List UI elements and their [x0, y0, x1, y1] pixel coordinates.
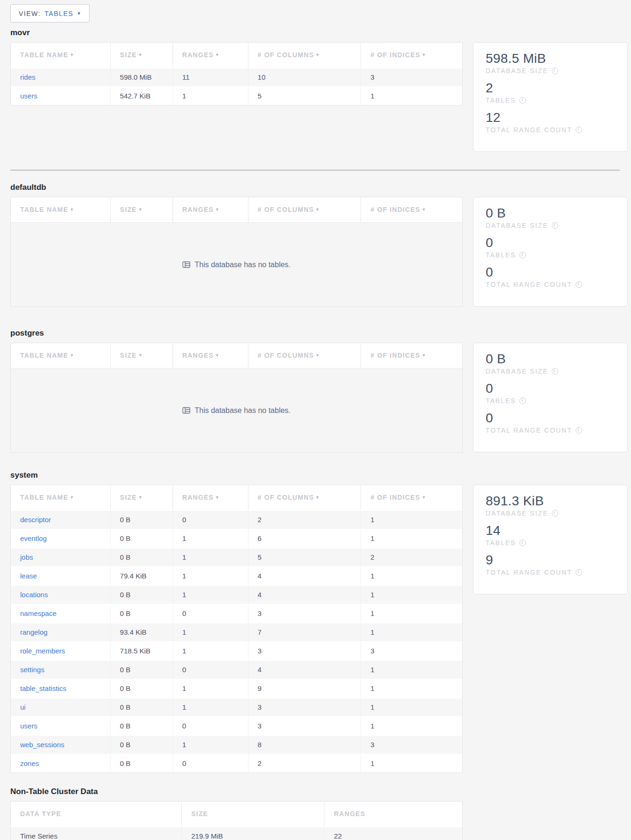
database-stats-card: 891.3 KiB DATABASE SIZEi 14 TABLESi 9 TO… — [473, 485, 628, 594]
table-name-link[interactable]: ui — [20, 703, 26, 711]
column-header-size[interactable]: SIZE▼ — [110, 43, 173, 68]
sort-desc-icon: ▼ — [422, 495, 427, 500]
tables-table: TABLE NAME▼ SIZE▼ RANGES▼ # OF COLUMNS▼ … — [10, 343, 463, 453]
view-dropdown[interactable]: VIEW: TABLES ▾ — [10, 4, 90, 22]
table-name-link[interactable]: rangelog — [20, 628, 47, 636]
columns-cell: 5 — [248, 87, 361, 105]
range-count-value: 9 — [486, 552, 623, 568]
columns-cell: 5 — [248, 548, 361, 566]
table-name-link[interactable]: rides — [20, 73, 36, 81]
column-header-size[interactable]: SIZE▼ — [110, 197, 173, 222]
table-name-link[interactable]: zones — [20, 759, 39, 767]
info-icon[interactable]: i — [552, 510, 558, 517]
database-size-value: 0 B — [486, 351, 623, 367]
table-name-link[interactable]: lease — [20, 572, 37, 580]
table-name-link[interactable]: users — [20, 92, 38, 100]
database-stats-card: 598.5 MiB DATABASE SIZEi 2 TABLESi 12 TO… — [473, 42, 628, 152]
table-name-cell: users — [11, 717, 110, 735]
ranges-cell: 1 — [173, 586, 248, 604]
columns-cell: 7 — [248, 623, 361, 641]
info-icon[interactable]: i — [552, 368, 558, 375]
ranges-cell: 1 — [173, 680, 248, 698]
table-name-link[interactable]: table_statistics — [20, 684, 66, 692]
size-cell: 219.9 MiB — [181, 827, 324, 840]
column-header-size: SIZE — [181, 802, 324, 826]
indices-cell: 1 — [361, 661, 462, 679]
column-header-ranges[interactable]: RANGES▼ — [173, 197, 248, 222]
column-header-indices[interactable]: # OF INDICES▼ — [361, 197, 462, 222]
column-header-indices[interactable]: # OF INDICES▼ — [361, 485, 462, 510]
column-header-columns[interactable]: # OF COLUMNS▼ — [248, 197, 361, 222]
table-name-link[interactable]: jobs — [20, 553, 33, 561]
table-name-link[interactable]: users — [20, 722, 38, 730]
column-header-size[interactable]: SIZE▼ — [110, 485, 173, 510]
column-header-ranges[interactable]: RANGES▼ — [173, 485, 248, 510]
table-row: table_statistics 0 B 1 9 1 — [11, 679, 462, 698]
table-name-link[interactable]: settings — [20, 666, 45, 674]
database-title: system — [10, 471, 627, 480]
tables-count-label: TABLESi — [486, 251, 623, 259]
column-header-table-name[interactable]: TABLE NAME▼ — [11, 43, 110, 68]
ranges-cell: 1 — [173, 642, 248, 660]
info-icon[interactable]: i — [519, 398, 526, 404]
columns-cell: 8 — [248, 736, 361, 754]
ranges-cell: 0 — [173, 605, 248, 622]
table-row: users 542.7 KiB 1 5 1 — [11, 86, 462, 105]
column-header-table-name[interactable]: TABLE NAME▼ — [11, 343, 110, 368]
table-header-row: DATA TYPE SIZE RANGES — [11, 802, 462, 826]
table-name-link[interactable]: locations — [20, 591, 48, 599]
column-header-columns[interactable]: # OF COLUMNS▼ — [248, 343, 361, 368]
table-name-link[interactable]: eventlog — [20, 534, 47, 542]
table-row: eventlog 0 B 1 6 1 — [11, 529, 462, 548]
info-icon[interactable]: i — [519, 540, 526, 546]
size-cell: 0 B — [110, 586, 173, 604]
indices-cell: 1 — [361, 530, 462, 548]
table-name-link[interactable]: role_members — [20, 647, 65, 655]
info-icon[interactable]: i — [519, 252, 526, 258]
section-divider — [10, 170, 620, 171]
table-name-cell: role_members — [11, 642, 110, 660]
column-header-indices[interactable]: # OF INDICES▼ — [361, 343, 462, 368]
column-header-ranges[interactable]: RANGES▼ — [173, 343, 248, 368]
view-dropdown-value: TABLES — [45, 10, 74, 17]
empty-table-state: This database has no tables. — [11, 368, 462, 452]
column-header-table-name[interactable]: TABLE NAME▼ — [11, 197, 110, 222]
info-icon[interactable]: i — [576, 281, 582, 288]
column-header-indices[interactable]: # OF INDICES▼ — [361, 43, 462, 68]
info-icon[interactable]: i — [576, 569, 582, 576]
table-name-link[interactable]: web_sessions — [20, 741, 64, 749]
columns-cell: 4 — [248, 567, 361, 585]
column-header-size[interactable]: SIZE▼ — [110, 343, 173, 368]
info-icon[interactable]: i — [552, 68, 558, 74]
column-header-ranges[interactable]: RANGES▼ — [173, 43, 248, 68]
indices-cell: 1 — [361, 698, 462, 716]
table-name-cell: namespace — [11, 605, 110, 622]
sort-desc-icon: ▼ — [316, 52, 320, 57]
range-count-value: 0 — [486, 264, 623, 280]
info-icon[interactable]: i — [576, 127, 582, 133]
sort-desc-icon: ▼ — [138, 207, 143, 212]
size-cell: 598.0 MiB — [110, 68, 173, 86]
table-name-link[interactable]: descriptor — [20, 516, 51, 524]
columns-cell: 10 — [248, 68, 361, 86]
tables-table: TABLE NAME▼ SIZE▼ RANGES▼ # OF COLUMNS▼ … — [10, 485, 463, 773]
info-icon[interactable]: i — [576, 427, 582, 434]
table-row: namespace 0 B 0 3 1 — [11, 604, 462, 622]
table-name-link[interactable]: namespace — [20, 609, 57, 617]
column-header-columns[interactable]: # OF COLUMNS▼ — [248, 43, 361, 68]
database-stats-card: 0 B DATABASE SIZEi 0 TABLESi 0 TOTAL RAN… — [473, 343, 628, 452]
range-count-value: 0 — [486, 410, 623, 426]
table-row: ui 0 B 1 3 1 — [11, 698, 462, 716]
table-row: lease 79.4 KiB 1 4 1 — [11, 566, 462, 585]
info-icon[interactable]: i — [552, 222, 558, 229]
indices-cell: 3 — [361, 68, 462, 86]
column-header-table-name[interactable]: TABLE NAME▼ — [11, 485, 110, 510]
info-icon[interactable]: i — [519, 97, 526, 104]
range-count-label: TOTAL RANGE COUNTi — [486, 281, 623, 288]
data-type-cell: Time Series — [11, 827, 181, 840]
range-count-label: TOTAL RANGE COUNTi — [486, 569, 623, 576]
tables-count-value: 14 — [486, 523, 623, 539]
size-cell: 0 B — [110, 755, 173, 772]
table-row: settings 0 B 0 4 1 — [11, 660, 462, 679]
column-header-columns[interactable]: # OF COLUMNS▼ — [248, 485, 361, 510]
